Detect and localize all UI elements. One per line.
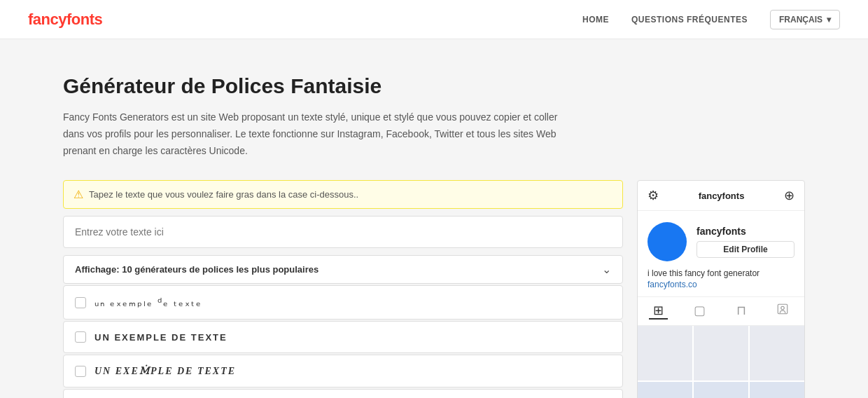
grid-cell [638,326,692,380]
font-sample-1: ᵤₙ ₑₓₑₘₚₗₑ ᵈₑ ₜₑₓₜₑ [94,296,202,309]
ig-bio-text: i love this fancy font generator [648,268,794,278]
ig-profile-info: fancyfonts Edit Profile [696,226,794,258]
settings-icon[interactable]: ⚙ [648,188,659,203]
text-input-container[interactable] [63,216,623,248]
grid-cell [694,326,748,380]
font-sample-3: UN EXEṀPLE DE TEXTE [94,365,236,377]
logo[interactable]: fancyfonts [28,11,102,29]
page-description: Fancy Fonts Generators est un site Web p… [63,109,567,159]
logo-black: fancy [28,11,66,28]
display-label: Affichage: 10 générateurs de polices les… [75,264,318,275]
font-checkbox-1[interactable] [75,297,86,308]
font-row: ᵤₙ ₑₓₑₘₚₗₑ ᵈₑ ₜₑₓₜₑ [63,285,623,320]
hint-box: ⚠ Tapez le texte que vous voulez faire g… [63,180,623,209]
instagram-preview: ⚙ fancyfonts ⊕ fancyfonts Edit Profile i… [637,180,805,398]
font-checkbox-2[interactable] [75,331,86,343]
ig-username: fancyfonts [696,226,794,237]
ig-tab-tagged[interactable] [772,303,793,320]
nav: HOME QUESTIONS FRÉQUENTES FRANÇAIS ▾ [582,10,840,29]
warning-icon: ⚠ [74,188,83,201]
chevron-down-icon: ⌄ [602,263,611,276]
ig-tab-reels[interactable]: ▢ [690,303,710,320]
nav-home[interactable]: HOME [582,15,609,25]
ig-header-name: fancyfonts [699,191,745,201]
nav-faq[interactable]: QUESTIONS FRÉQUENTES [631,15,748,25]
left-panel: ⚠ Tapez le texte que vous voulez faire g… [63,180,623,398]
ig-header: ⚙ fancyfonts ⊕ [638,181,804,211]
font-row: UN EXEMPLE DE TEXTE [63,321,623,353]
display-bar[interactable]: Affichage: 10 générateurs de polices les… [63,255,623,284]
hint-text: Tapez le texte que vous voulez faire gra… [89,189,358,200]
ig-tabs: ⊞ ▢ ⊓ [638,296,804,326]
header: fancyfonts HOME QUESTIONS FRÉQUENTES FRA… [0,0,868,39]
ig-tab-saved[interactable]: ⊓ [732,303,750,320]
page-title: Générateur de Polices Fantaisie [63,74,805,98]
svg-point-1 [781,307,785,310]
grid-cell [694,382,748,398]
avatar [648,222,687,261]
svg-rect-0 [778,305,788,315]
ig-bio-link[interactable]: fancyfonts.co [648,280,794,289]
content-row: ⚠ Tapez le texte que vous voulez faire g… [63,180,805,398]
lang-label: FRANÇAIS [779,15,822,25]
add-person-icon[interactable]: ⊕ [784,188,794,203]
ig-bio: i love this fancy font generator fancyfo… [638,268,804,296]
ig-grid [638,326,804,398]
font-sample-2: UN EXEMPLE DE TEXTE [94,332,227,343]
grid-cell [638,382,692,398]
lang-button[interactable]: FRANÇAIS ▾ [770,10,840,29]
grid-cell [750,382,804,398]
ig-profile-section: fancyfonts Edit Profile [638,211,804,268]
logo-red: fonts [66,11,102,28]
edit-profile-button[interactable]: Edit Profile [696,241,794,258]
text-input[interactable] [75,226,611,238]
ig-tab-grid[interactable]: ⊞ [649,303,668,320]
main-content: Générateur de Polices Fantaisie Fancy Fo… [49,39,819,398]
font-checkbox-3[interactable] [75,366,86,377]
font-row: UN EXEṀPLE DE TEXTE [63,355,623,387]
lang-arrow-icon: ▾ [827,15,831,25]
font-row: un exemple de texte [63,389,623,398]
grid-cell [750,326,804,380]
